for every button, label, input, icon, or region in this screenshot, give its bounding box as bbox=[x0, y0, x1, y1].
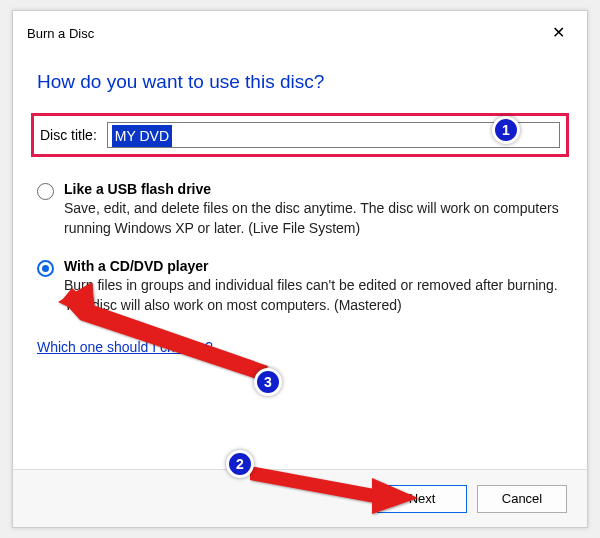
dialog-footer: Next Cancel bbox=[13, 469, 587, 527]
help-link[interactable]: Which one should I choose? bbox=[37, 339, 213, 355]
page-heading: How do you want to use this disc? bbox=[37, 71, 563, 93]
annotation-badge-1: 1 bbox=[492, 116, 520, 144]
dialog-content: How do you want to use this disc? Disc t… bbox=[13, 51, 587, 365]
annotation-badge-3: 3 bbox=[254, 368, 282, 396]
option-player[interactable]: With a CD/DVD player Burn files in group… bbox=[37, 258, 563, 315]
radio-player[interactable] bbox=[37, 260, 54, 277]
option-usb-text: Like a USB flash drive Save, edit, and d… bbox=[64, 181, 563, 238]
disc-title-label: Disc title: bbox=[40, 127, 97, 143]
option-usb-title: Like a USB flash drive bbox=[64, 181, 563, 197]
option-player-text: With a CD/DVD player Burn files in group… bbox=[64, 258, 563, 315]
disc-title-row: Disc title: MY DVD bbox=[31, 113, 569, 157]
disc-title-value: MY DVD bbox=[112, 125, 172, 147]
next-button[interactable]: Next bbox=[377, 485, 467, 513]
option-player-desc: Burn files in groups and individual file… bbox=[64, 276, 563, 315]
window-title: Burn a Disc bbox=[27, 26, 94, 41]
title-bar: Burn a Disc ✕ bbox=[13, 11, 587, 51]
cancel-button[interactable]: Cancel bbox=[477, 485, 567, 513]
close-icon[interactable]: ✕ bbox=[544, 21, 573, 45]
option-usb[interactable]: Like a USB flash drive Save, edit, and d… bbox=[37, 181, 563, 238]
burn-disc-dialog: Burn a Disc ✕ How do you want to use thi… bbox=[12, 10, 588, 528]
annotation-badge-2: 2 bbox=[226, 450, 254, 478]
option-usb-desc: Save, edit, and delete files on the disc… bbox=[64, 199, 563, 238]
radio-usb[interactable] bbox=[37, 183, 54, 200]
option-player-title: With a CD/DVD player bbox=[64, 258, 563, 274]
